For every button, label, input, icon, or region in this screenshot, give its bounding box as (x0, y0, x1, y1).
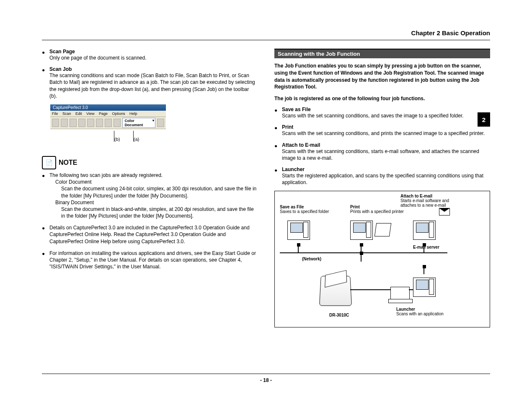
dg-title: Attach to E-mail (400, 194, 455, 198)
bullet-dot-icon: ● (42, 250, 49, 270)
fn-title: Attach to E-mail (282, 142, 490, 148)
menu-item: View (86, 112, 94, 116)
function-save-as-file: ● Save as File Scans with the set scanni… (274, 106, 490, 119)
toolbar-icon (96, 119, 103, 127)
bullet-scan-job: ● Scan Job The scanning conditions and s… (42, 66, 258, 99)
left-column: ● Scan Page Only one page of the documen… (42, 49, 258, 327)
bullet-body: Attach to E-mail Scans with the set scan… (282, 142, 490, 161)
preset-desc: Scan the document using 24-bit color, si… (61, 185, 258, 199)
bullet-body: The following two scan jobs are already … (49, 172, 258, 219)
dg-desc: Saves to a specified folder (280, 209, 338, 214)
fn-text: Scans with the set scanning conditions, … (282, 112, 490, 119)
side-tab: 2 (478, 112, 490, 127)
dg-desc: Scans with an application (396, 312, 451, 316)
job-function-diagram: Save as File Saves to a specified folder… (274, 191, 490, 327)
scan-page-title: Scan Page (49, 49, 258, 55)
dg-launcher-label: Launcher Scans with an application (396, 307, 451, 316)
job-function-intro: The Job Function enables you to scan sim… (274, 62, 490, 91)
chapter-title: Chapter 2 Basic Operation (42, 29, 490, 36)
note-text: Details on CapturePerfect 3.0 are includ… (49, 224, 258, 245)
computer-icon (413, 221, 436, 240)
dg-title: Print (350, 205, 409, 209)
printer-icon (374, 223, 391, 236)
preset-name: Color Document (55, 179, 258, 185)
dg-desc: Prints with a specified printer (350, 209, 409, 214)
dg-attach-label: Attach to E-mail Starts e-mail software … (400, 194, 455, 208)
fn-title: Print (282, 124, 490, 130)
network-drop-icon (361, 253, 362, 262)
toolbar-icon (70, 119, 77, 127)
computer-icon (287, 221, 310, 240)
fn-title: Launcher (282, 166, 490, 172)
scan-job-button-icon (114, 119, 121, 127)
connection-line-icon (350, 289, 390, 290)
toolbar-icon (105, 119, 112, 127)
fn-text: Scans with the set scanning conditions, … (282, 148, 490, 161)
bullet-body: Save as File Scans with the set scanning… (282, 106, 490, 119)
menu-item: Scan (62, 112, 71, 116)
note-text: For information on installing the variou… (49, 250, 258, 270)
scan-job-title: Scan Job (49, 66, 258, 72)
toolbar-icon (87, 119, 94, 127)
preset-name: Binary Document (55, 199, 258, 206)
two-column-layout: ● Scan Page Only one page of the documen… (42, 49, 490, 327)
bullet-body: Launcher Starts the registered applicati… (282, 166, 490, 186)
header-rule (42, 40, 490, 40)
bullet-body: Scan Job The scanning conditions and sca… (49, 66, 258, 99)
note-label: NOTE (59, 159, 77, 166)
bullet-dot-icon: ● (274, 166, 282, 186)
bullet-dot-icon: ● (274, 142, 282, 161)
toolbar-icon (52, 119, 59, 127)
dg-scanner-model-label: DR-3010C (329, 313, 349, 317)
window-toolbar-icons: Color Document (50, 117, 166, 129)
computer-icon (413, 278, 436, 297)
dg-email-server-label: E-mail server (413, 245, 439, 249)
bullet-dot-icon: ● (42, 224, 49, 245)
callout-b: (b) (114, 131, 120, 142)
bullet-dot-icon: ● (274, 124, 282, 137)
network-drop-icon (298, 245, 299, 252)
network-line-icon (280, 252, 447, 253)
scanner-icon (319, 276, 352, 306)
note-subitems: Color Document Scan the document using 2… (55, 179, 258, 219)
network-drop-icon (424, 245, 424, 252)
network-drop-icon (424, 267, 424, 274)
note-header: 📄 NOTE (42, 156, 258, 169)
laptop-icon (390, 287, 410, 300)
menu-item: Edit (75, 112, 82, 116)
function-attach-email: ● Attach to E-mail Scans with the set sc… (274, 142, 490, 161)
bullet-scan-page: ● Scan Page Only one page of the documen… (42, 49, 258, 61)
preset-desc: Scan the document in black-and-white, si… (61, 206, 258, 219)
bullet-dot-icon: ● (42, 66, 49, 99)
function-print: ● Print Scans with the set scanning cond… (274, 124, 490, 137)
fn-title: Save as File (282, 106, 490, 112)
callout-a: (a) (133, 131, 139, 142)
computer-icon (350, 221, 373, 240)
toolbar-callout-labels: (b) (a) (50, 131, 258, 143)
bullet-body: Print Scans with the set scanning condit… (282, 124, 490, 137)
job-registered-line: The job is registered as one of the foll… (274, 96, 490, 101)
function-launcher: ● Launcher Starts the registered applica… (274, 166, 490, 186)
dg-save-as-file-label: Save as File Saves to a specified folder (280, 205, 338, 214)
fn-text: Starts the registered application, and s… (282, 172, 490, 186)
dg-network-label: (Network) (302, 257, 321, 261)
toolbar-icon (78, 119, 85, 127)
menu-item: Options (112, 112, 125, 116)
bullet-dot-icon: ● (274, 106, 282, 119)
job-dropdown: Color Document (122, 118, 155, 128)
bullet-body: Scan Page Only one page of the document … (49, 49, 258, 61)
envelope-icon (439, 208, 450, 216)
dg-title: Launcher (396, 307, 451, 312)
note-bullet-2: ● Details on CapturePerfect 3.0 are incl… (42, 224, 258, 245)
scan-job-text: The scanning conditions and scan mode (S… (49, 72, 258, 99)
document-page: Chapter 2 Basic Operation 2 ● Scan Page … (0, 0, 532, 400)
page-number: - 18 - (42, 374, 490, 383)
scan-page-text: Only one page of the document is scanned… (49, 55, 258, 61)
menu-item: Help (129, 112, 137, 116)
dg-title: Save as File (280, 205, 338, 209)
note-icon: 📄 (42, 156, 56, 169)
section-heading: Scanning with the Job Function (274, 49, 490, 58)
fn-text: Scans with the set scanning conditions, … (282, 130, 490, 137)
menu-item: Page (99, 112, 108, 116)
bullet-dot-icon: ● (42, 172, 49, 219)
